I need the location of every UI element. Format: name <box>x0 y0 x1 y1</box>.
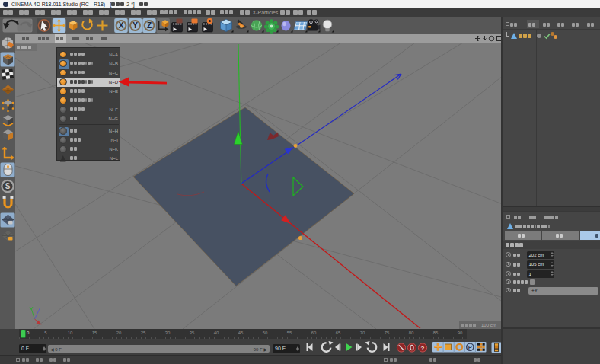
svg-text:?: ? <box>421 344 425 351</box>
svg-text:Z: Z <box>147 21 152 30</box>
svg-text:S: S <box>5 182 11 190</box>
svg-text:P: P <box>468 344 471 351</box>
svg-text:X: X <box>119 21 124 30</box>
svg-text:Y: Y <box>132 21 138 30</box>
